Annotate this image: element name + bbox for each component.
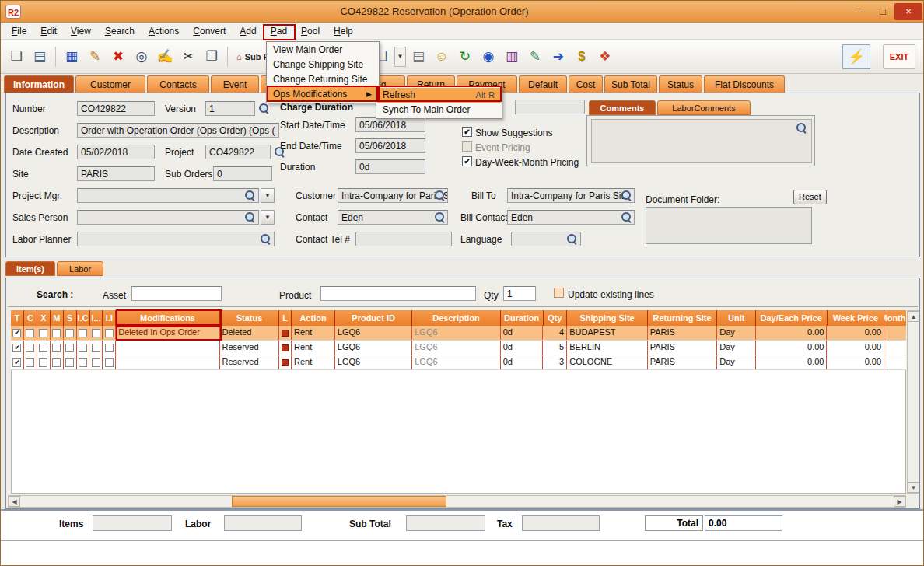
copy-button[interactable]: ❐ (201, 45, 222, 68)
update-existing-lines-checkbox[interactable] (554, 288, 564, 298)
row-checkbox[interactable] (105, 344, 114, 352)
description-field[interactable]: Order with Operation Order (Ops Order) (… (77, 123, 279, 138)
scroll-up-button[interactable]: ▲ (908, 311, 919, 322)
col-header-action[interactable]: Action (292, 310, 335, 326)
menu-add[interactable]: Add (233, 23, 263, 39)
comments-box[interactable] (586, 115, 815, 166)
pages-dropdown-button[interactable]: ▼ (394, 47, 406, 67)
history-button[interactable]: ↻ (454, 45, 476, 68)
project-mgr-dropdown[interactable]: ▼ (261, 188, 275, 203)
tab-labor-comments[interactable]: LaborComments (657, 100, 751, 115)
sub-orders-field[interactable]: 0 (213, 166, 272, 181)
print-button[interactable]: ▤ (29, 45, 51, 68)
horizontal-scroll-thumb[interactable] (232, 496, 446, 507)
new-document-button[interactable]: ❏ (5, 45, 27, 68)
bill-contact-field[interactable]: Eden (507, 210, 635, 225)
col-header-description[interactable]: Description (412, 310, 500, 326)
menu-item-view-main-order[interactable]: View Main Order (268, 43, 378, 58)
vertical-scrollbar[interactable]: ▲ ▼ (907, 310, 919, 494)
scroll-down-button[interactable]: ▼ (908, 482, 919, 493)
row-checkbox[interactable] (65, 344, 74, 352)
feedback-button[interactable]: ☺ (431, 45, 453, 68)
edit-button[interactable]: ✎ (84, 45, 106, 68)
site-field[interactable]: PARIS (77, 166, 155, 181)
row-checkbox[interactable] (105, 329, 114, 337)
col-header-status[interactable]: Status (220, 310, 280, 326)
labor-total-field[interactable] (224, 515, 302, 531)
table-row[interactable]: ✔ Deleted In Ops Order Deleted Rent LGQ6… (11, 326, 906, 341)
wand-button[interactable]: ⚡ (842, 44, 870, 69)
language-magnifier-icon[interactable] (566, 233, 577, 244)
menu-item-synch-to-main-order[interactable]: Synch To Main Order (377, 103, 501, 117)
col-header-i2[interactable]: I... (90, 310, 103, 326)
notepad-button[interactable]: ✎ (524, 45, 546, 68)
row-checkbox[interactable] (105, 358, 114, 367)
scroll-right-button[interactable]: ▶ (894, 496, 905, 507)
unlabeled-field[interactable] (515, 100, 585, 114)
contact-magnifier-icon[interactable] (434, 211, 445, 222)
qty-input[interactable] (503, 286, 536, 301)
scroll-left-button[interactable]: ◀ (9, 496, 20, 507)
tab-contacts[interactable]: Contacts (147, 75, 209, 93)
col-header-l[interactable]: L (279, 310, 292, 326)
menu-item-change-shipping-site[interactable]: Change Shipping Site (268, 58, 378, 72)
row-checkbox[interactable] (39, 344, 47, 352)
col-header-product-id[interactable]: Product ID (335, 310, 412, 326)
product-input[interactable] (320, 286, 476, 301)
row-checkbox[interactable] (79, 344, 87, 352)
col-header-modifications[interactable]: Modifications (116, 310, 219, 326)
show-suggestions-checkbox[interactable]: ✔ (462, 127, 472, 137)
tab-flat-discounts[interactable]: Flat Discounts (704, 75, 785, 93)
menu-view[interactable]: View (64, 23, 98, 39)
minimize-button[interactable]: – (848, 3, 871, 20)
menu-search[interactable]: Search (98, 23, 142, 39)
row-checkbox[interactable] (52, 358, 61, 367)
maximize-button[interactable]: □ (871, 3, 894, 20)
sales-person-magnifier-icon[interactable] (244, 211, 255, 222)
row-checkbox[interactable] (52, 344, 61, 352)
key-arrow-button[interactable]: ➔ (548, 45, 569, 68)
col-header-m[interactable]: M (51, 310, 64, 326)
row-checkbox[interactable] (65, 329, 74, 337)
row-checkbox[interactable] (26, 358, 34, 367)
items-total-field[interactable] (93, 515, 172, 531)
tab-sub-total[interactable]: Sub Total (604, 75, 657, 93)
project-field[interactable]: CO429822 (205, 145, 271, 159)
col-header-returning-site[interactable]: Returning Site (648, 310, 718, 326)
project-mgr-magnifier-icon[interactable] (244, 190, 255, 201)
row-checkbox[interactable] (92, 344, 100, 352)
end-date-field[interactable]: 05/06/2018 (355, 138, 425, 153)
bill-contact-magnifier-icon[interactable] (621, 211, 632, 222)
contact-field[interactable]: Eden (338, 210, 448, 225)
row-checkbox[interactable] (26, 344, 34, 352)
document-folder-box[interactable] (646, 207, 812, 244)
row-checkbox[interactable] (92, 329, 100, 337)
row-checkbox[interactable] (92, 358, 100, 367)
row-checkbox[interactable]: ✔ (12, 329, 21, 337)
close-button[interactable]: × (894, 3, 922, 20)
menu-pad[interactable]: Pad (264, 23, 294, 39)
col-header-c[interactable]: C (24, 310, 37, 326)
version-field[interactable]: 1 (205, 101, 255, 116)
col-header-t[interactable]: T (11, 310, 24, 326)
tab-cost[interactable]: Cost (569, 75, 603, 93)
row-checkbox[interactable] (79, 358, 87, 367)
event-pricing-checkbox[interactable] (462, 142, 472, 152)
col-header-month-price[interactable]: Month I (884, 310, 906, 326)
row-checkbox[interactable] (39, 329, 47, 337)
tab-default[interactable]: Default (519, 75, 567, 93)
menu-item-refresh[interactable]: RefreshAlt-R (377, 88, 501, 103)
version-magnifier-icon[interactable] (258, 103, 269, 114)
menu-actions[interactable]: Actions (142, 23, 186, 39)
bill-to-magnifier-icon[interactable] (621, 190, 632, 201)
horizontal-scrollbar[interactable]: ◀ ▶ (8, 495, 906, 508)
tab-labor[interactable]: Labor (57, 261, 103, 276)
col-header-shipping-site[interactable]: Shipping Site (567, 310, 647, 326)
asset-input[interactable] (131, 286, 222, 301)
row-checkbox[interactable] (65, 358, 74, 367)
bill-to-field[interactable]: Intra-Company for Paris Sit (507, 188, 635, 203)
menu-help[interactable]: Help (327, 23, 360, 39)
col-header-s[interactable]: S (64, 310, 77, 326)
sales-person-dropdown[interactable]: ▼ (261, 210, 275, 225)
disk-button[interactable]: ◉ (478, 45, 499, 68)
